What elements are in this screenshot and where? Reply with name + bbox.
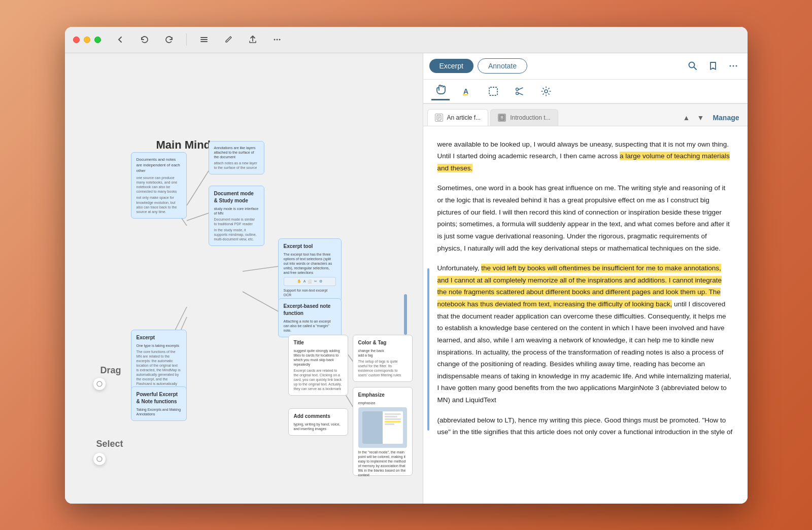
mm-node-2[interactable]: Annotations are like layers attached to …	[209, 141, 264, 174]
select-handle[interactable]	[93, 453, 106, 465]
svg-line-29	[518, 88, 523, 90]
svg-rect-26	[489, 87, 497, 95]
svg-line-20	[694, 67, 696, 69]
svg-text:A: A	[463, 87, 468, 95]
more-button[interactable]	[268, 30, 286, 49]
svg-point-22	[732, 65, 734, 67]
minimize-button[interactable]	[84, 37, 90, 43]
paragraph-3: Unfortunately, the void left by books wi…	[437, 262, 733, 406]
doc-tabs: An article f... Introduction t... ▲ ▼ Ma…	[423, 104, 748, 126]
svg-point-27	[516, 88, 518, 90]
svg-point-31	[545, 90, 548, 93]
paragraph-4: (abbreviated below to LT), hence my writ…	[437, 414, 733, 438]
svg-point-3	[274, 39, 275, 41]
svg-point-4	[276, 39, 278, 41]
tab-controls: ▲ ▼ Manage	[680, 112, 743, 126]
more-options-button[interactable]	[725, 58, 741, 74]
reader-panel: Excerpt Annotate	[423, 53, 748, 504]
mm-node-8[interactable]: Title suggest quite strongly adding titl…	[288, 335, 348, 396]
manage-button[interactable]: Manage	[708, 112, 743, 124]
annotation-toolbar: A	[423, 80, 748, 104]
reader-toolbar: Excerpt Annotate	[423, 53, 748, 80]
drag-handle[interactable]	[93, 378, 106, 390]
undo-button[interactable]	[136, 30, 154, 49]
svg-point-5	[279, 39, 280, 41]
tab-up-button[interactable]: ▲	[680, 112, 692, 124]
maximize-button[interactable]	[94, 37, 101, 43]
settings-button[interactable]	[537, 82, 555, 100]
svg-line-9	[243, 266, 279, 271]
svg-rect-0	[200, 37, 208, 38]
mm-node-6[interactable]: Excerpt One type is taking excerpts The …	[131, 330, 187, 396]
edit-button[interactable]	[219, 30, 238, 49]
side-annotation-marker	[427, 268, 429, 431]
reader-content[interactable]: were available to be looked up, I would …	[423, 126, 748, 504]
list-button[interactable]	[195, 30, 213, 49]
back-button[interactable]	[111, 30, 129, 49]
mm-node-9[interactable]: Color & Tag change the backadd a tag The…	[353, 335, 413, 382]
drag-line-indicator	[404, 294, 407, 335]
close-button[interactable]	[73, 37, 80, 43]
doc-tab-intro-label: Introduction t...	[510, 114, 550, 121]
doc-tab-article-icon	[435, 114, 443, 122]
search-button[interactable]	[685, 58, 701, 74]
hand-tool-button[interactable]	[431, 82, 450, 100]
mm-node-11[interactable]: Add comments typing, writing by hand, vo…	[288, 408, 348, 436]
svg-point-21	[729, 65, 731, 67]
rect-select-button[interactable]	[484, 82, 502, 100]
svg-point-17	[97, 381, 102, 386]
mm-node-10[interactable]: Emphasize emphasize I	[353, 387, 413, 476]
titlebar	[65, 27, 748, 53]
highlight-void-left: the void left by books will oftentimes b…	[437, 264, 722, 308]
doc-tab-article-label: An article f...	[447, 114, 481, 121]
mindmap-panel[interactable]: Main MindMap Documents and notes are ind…	[65, 53, 423, 504]
tab-down-button[interactable]: ▼	[694, 112, 706, 124]
text-highlight-button[interactable]: A	[458, 82, 476, 100]
mm-node-3[interactable]: Document mode & Study mode study mode is…	[209, 186, 264, 246]
annotate-tab[interactable]: Annotate	[478, 58, 527, 74]
mm-node-4[interactable]: Excerpt tool The excerpt tool has the th…	[278, 238, 342, 302]
app-window: Main MindMap Documents and notes are ind…	[65, 27, 748, 504]
mm-node-5[interactable]: Excerpt-based note function Attaching a …	[278, 298, 342, 337]
svg-point-18	[97, 456, 102, 462]
doc-tab-article[interactable]: An article f...	[427, 109, 489, 126]
svg-line-10	[243, 292, 279, 312]
select-label: Select	[96, 439, 123, 449]
share-button[interactable]	[244, 30, 262, 49]
bookmark-button[interactable]	[705, 58, 721, 74]
main-content: Main MindMap Documents and notes are ind…	[65, 53, 748, 504]
doc-tab-intro[interactable]: Introduction t...	[490, 109, 558, 126]
paragraph-1: were available to be looked up, I would …	[437, 138, 733, 174]
doc-tab-intro-icon	[498, 114, 506, 122]
highlight-teaching-materials: a large volume of teaching materials and…	[437, 152, 730, 172]
traffic-lights	[73, 37, 101, 43]
svg-line-30	[518, 93, 523, 95]
svg-point-23	[735, 65, 737, 67]
svg-rect-2	[200, 41, 208, 42]
excerpt-tab[interactable]: Excerpt	[429, 59, 473, 73]
mm-node-7[interactable]: Powerful Excerpt & Note functions Taking…	[131, 386, 187, 421]
drag-label: Drag	[100, 365, 121, 376]
scissors-button[interactable]	[511, 82, 529, 100]
redo-button[interactable]	[160, 30, 178, 49]
svg-rect-25	[463, 94, 468, 95]
paragraph-2: Sometimes, one word in a book has great …	[437, 182, 733, 254]
svg-rect-1	[200, 39, 208, 40]
svg-point-28	[516, 92, 518, 94]
mm-node-1[interactable]: Documents and notes are independent of e…	[131, 152, 187, 219]
